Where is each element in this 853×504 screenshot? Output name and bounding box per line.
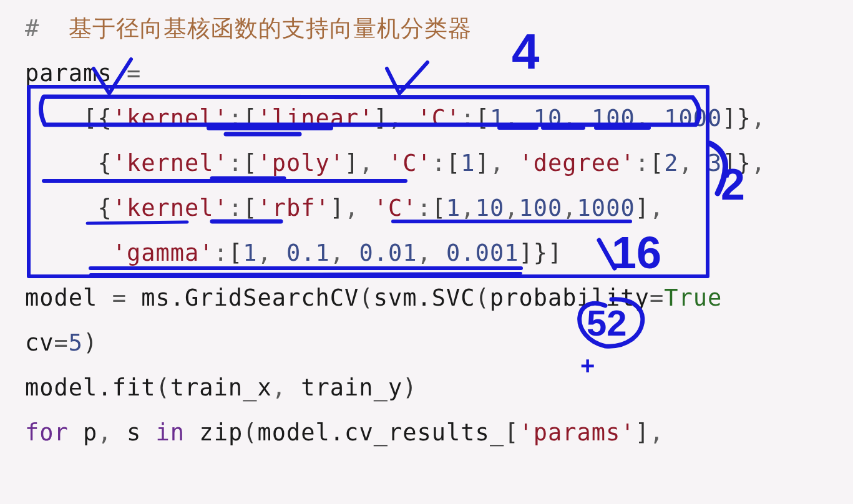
code-block: # 基于径向基核函数的支持向量机分类器 params = [{'kernel':… [0,0,853,504]
comment-line: # 基于径向基核函数的支持向量机分类器 [25,15,472,42]
